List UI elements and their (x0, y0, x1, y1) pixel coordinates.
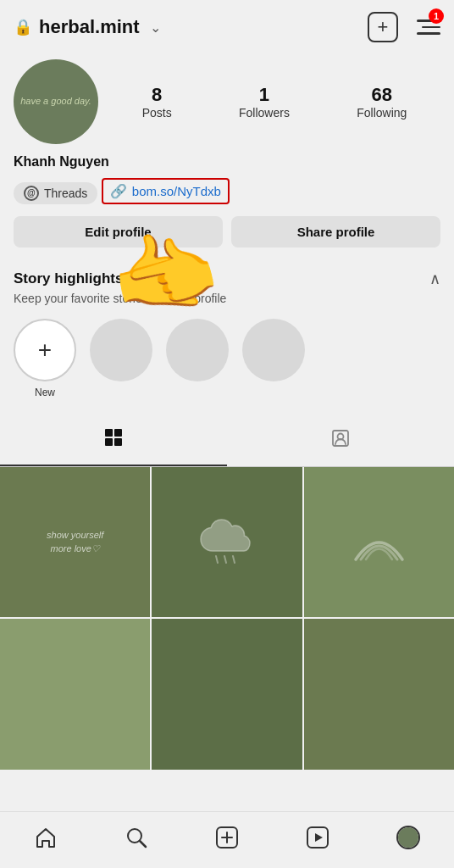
menu-button[interactable]: 1 (410, 12, 440, 42)
following-count: 68 (372, 84, 392, 106)
svg-rect-1 (114, 429, 122, 437)
nav-home[interactable] (25, 821, 67, 854)
header-left: 🔒 herbal.mint ⌄ (14, 16, 161, 38)
avatar[interactable]: have a good day. (14, 59, 98, 144)
posts-stat[interactable]: 8 Posts (142, 84, 172, 120)
app-header: 🔒 herbal.mint ⌄ + 1 (0, 0, 454, 51)
menu-line-2 (422, 26, 440, 29)
followers-count: 1 (259, 84, 269, 106)
svg-rect-3 (114, 438, 122, 446)
highlight-circle-3 (166, 319, 229, 381)
threads-icon: @ (24, 186, 39, 201)
svg-line-8 (233, 556, 235, 563)
link-icon: 🔗 (110, 183, 127, 199)
cell-text-1: show yourselfmore love♡ (40, 522, 110, 562)
svg-rect-2 (105, 438, 113, 446)
profile-icon (396, 825, 421, 850)
grid-cell-6[interactable] (304, 619, 454, 769)
link-url: bom.so/NyTdxb (132, 184, 221, 198)
grid-icon (103, 427, 124, 453)
profile-section: have a good day. 8 Posts 1 Followers 68 … (0, 51, 454, 259)
chevron-down-icon[interactable]: ⌄ (150, 19, 161, 36)
highlight-circle-4 (242, 319, 305, 381)
highlights-header: Story highlights ∧ (14, 270, 440, 288)
bottom-navigation (0, 811, 454, 868)
svg-line-10 (140, 841, 146, 847)
plus-icon: + (38, 338, 52, 362)
svg-marker-15 (315, 833, 323, 842)
highlights-row: + New (14, 319, 440, 412)
nav-add[interactable] (206, 821, 248, 854)
highlight-item-3[interactable] (166, 319, 229, 398)
lock-icon: 🔒 (14, 18, 32, 36)
grid-cell-4[interactable] (0, 619, 150, 769)
threads-label: Threads (44, 186, 87, 200)
highlights-subtitle: Keep your favorite stories on your profi… (14, 292, 440, 305)
share-profile-button[interactable]: Share profile (231, 216, 440, 248)
svg-line-6 (216, 556, 218, 563)
following-stat[interactable]: 68 Following (357, 84, 407, 120)
tab-tagged[interactable] (227, 415, 454, 466)
home-icon (34, 826, 58, 849)
add-button[interactable]: + (368, 12, 398, 42)
nav-profile[interactable] (387, 821, 429, 854)
action-buttons: Edit profile Share profile (14, 216, 440, 259)
new-highlight-circle: + (14, 319, 76, 381)
posts-count: 8 (152, 84, 162, 106)
add-post-icon (215, 826, 239, 849)
grid-cell-1[interactable]: show yourselfmore love♡ (0, 467, 150, 617)
svg-rect-0 (105, 429, 113, 437)
posts-label: Posts (142, 106, 172, 120)
profile-username[interactable]: herbal.mint (39, 16, 140, 38)
highlights-title: Story highlights (14, 270, 123, 287)
nav-search[interactable] (115, 821, 158, 854)
profile-link[interactable]: 🔗 bom.so/NyTdxb (102, 178, 230, 204)
rainbow-icon (347, 521, 411, 564)
search-icon (125, 826, 148, 849)
grid-cell-5[interactable] (152, 619, 302, 769)
svg-line-7 (224, 556, 226, 563)
avatar-text: have a good day. (20, 95, 91, 108)
header-right: + 1 (368, 12, 440, 42)
highlight-new[interactable]: + New (14, 319, 76, 398)
following-label: Following (357, 106, 407, 120)
notification-badge: 1 (429, 8, 444, 24)
highlight-item-2[interactable] (90, 319, 152, 398)
followers-label: Followers (239, 106, 290, 120)
photo-grid: show yourselfmore love♡ (0, 467, 454, 770)
display-name: Khanh Nguyen (14, 154, 440, 170)
stats-row: 8 Posts 1 Followers 68 Following (108, 84, 440, 120)
reels-icon (306, 826, 329, 849)
plus-icon: + (378, 16, 389, 38)
edit-profile-button[interactable]: Edit profile (14, 216, 223, 248)
followers-stat[interactable]: 1 Followers (239, 84, 290, 120)
nav-reels[interactable] (296, 821, 339, 854)
highlight-circle-2 (90, 319, 152, 381)
chevron-up-icon[interactable]: ∧ (429, 270, 440, 288)
content-tabs (0, 415, 454, 467)
highlight-item-4[interactable] (242, 319, 305, 398)
svg-point-17 (398, 827, 418, 848)
new-highlight-label: New (35, 387, 55, 398)
tab-grid[interactable] (0, 415, 227, 466)
grid-cell-2[interactable] (152, 467, 302, 617)
person-tag-icon (330, 428, 351, 453)
menu-line-3 (417, 32, 440, 35)
grid-cell-3[interactable] (304, 467, 454, 617)
cloud-icon (197, 519, 257, 565)
profile-top-row: have a good day. 8 Posts 1 Followers 68 … (14, 59, 440, 144)
story-highlights-section: Story highlights ∧ Keep your favorite st… (0, 259, 454, 412)
threads-badge-button[interactable]: @ Threads (14, 182, 97, 204)
